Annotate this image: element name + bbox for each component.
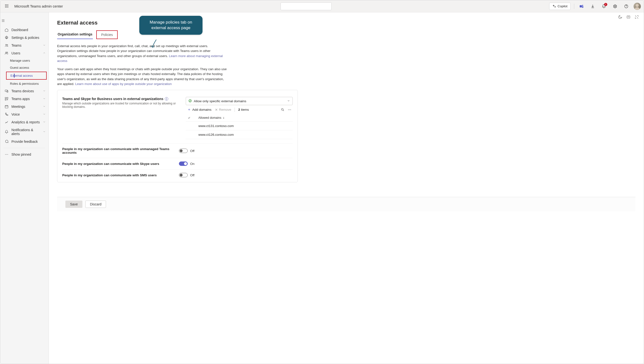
toggle-row-unmanaged: People in my organization can communicat… [62, 144, 293, 158]
sidebar-label: Provide feedback [12, 140, 38, 144]
app-title: Microsoft Teams admin center [14, 4, 63, 8]
expand-icon[interactable] [634, 15, 639, 19]
sidebar-label: Users [12, 51, 21, 55]
svg-point-1 [582, 5, 583, 6]
chevron-down-icon [287, 99, 290, 103]
news-icon[interactable] [626, 15, 631, 19]
toggle-sms-users[interactable] [179, 173, 188, 177]
svg-point-18 [282, 108, 284, 110]
svg-point-8 [6, 52, 7, 53]
external-domain-mode-dropdown[interactable]: Allow only specific external domains [186, 97, 293, 105]
help-icon[interactable] [622, 2, 630, 10]
global-search-input[interactable] [281, 2, 332, 10]
chevron-down-icon [43, 97, 46, 101]
chart-icon [5, 120, 9, 124]
waffle-menu[interactable] [3, 2, 11, 10]
svg-point-9 [7, 52, 8, 53]
notifications-icon[interactable]: 1 [600, 2, 608, 10]
annotation-arrow [151, 39, 158, 49]
toggle-row-sms: People in my organization can communicat… [62, 169, 293, 181]
download-icon[interactable] [589, 2, 597, 10]
search-domains-button[interactable] [281, 108, 284, 112]
sidebar-item-users[interactable]: Users [0, 49, 49, 57]
sidebar-item-meetings[interactable]: Meetings [0, 103, 49, 110]
sidebar-item-dashboard[interactable]: Dashboard [0, 26, 49, 34]
svg-rect-16 [627, 16, 630, 18]
sidebar-item-voice[interactable]: Voice [0, 110, 49, 118]
svg-point-7 [7, 44, 8, 45]
svg-rect-13 [7, 97, 8, 98]
gear-icon [5, 36, 9, 40]
item-count: 2 items [238, 108, 249, 112]
svg-rect-14 [5, 99, 6, 100]
sidebar-item-teams-devices[interactable]: Teams devices [0, 87, 49, 95]
bell-icon [5, 130, 9, 134]
sidebar-sub-external-access[interactable]: External access [7, 72, 46, 79]
sidebar-show-pinned[interactable]: ⋯ Show pinned [0, 150, 49, 158]
column-header-allowed-domains[interactable]: Allowed domains [198, 116, 291, 120]
sidebar-item-teams[interactable]: Teams [0, 42, 49, 49]
notification-badge: 1 [604, 3, 607, 6]
save-button[interactable]: Save [65, 200, 82, 208]
divider [235, 108, 235, 112]
copilot-label: Copilot [558, 4, 567, 8]
learn-more-link-2[interactable]: Learn more about use of apps by people o… [75, 82, 172, 86]
info-icon[interactable]: i [165, 97, 168, 100]
settings-icon[interactable] [611, 2, 619, 10]
remove-domains-button: ✕ Remove [215, 108, 231, 112]
sidebar-item-teams-apps[interactable]: Teams apps [0, 95, 49, 103]
phone-icon [5, 112, 9, 116]
select-all-checkbox[interactable] [187, 116, 191, 119]
sidebar-sub-manage-users[interactable]: Manage users [0, 57, 49, 64]
sidebar-item-feedback[interactable]: Provide feedback [0, 138, 49, 146]
dark-mode-icon[interactable] [618, 15, 622, 19]
svg-point-4 [636, 4, 639, 7]
app-window: Microsoft Teams admin center Copilot 1 [0, 0, 644, 364]
more-icon: ⋯ [5, 152, 9, 156]
tab-policies[interactable]: Policies [96, 30, 118, 39]
hamburger-toggle[interactable] [0, 17, 49, 24]
sidebar: Dashboard Settings & policies Teams User… [0, 12, 49, 364]
top-header: Microsoft Teams admin center Copilot 1 [0, 0, 644, 12]
checkmark-icon [188, 99, 192, 103]
sidebar-item-analytics[interactable]: Analytics & reports [0, 118, 49, 126]
people-icon [5, 44, 9, 47]
sidebar-item-settings-policies[interactable]: Settings & policies [0, 34, 49, 42]
svg-point-6 [6, 44, 7, 45]
domain-name: www.ct131.contoso.com [198, 124, 234, 128]
svg-rect-0 [580, 5, 582, 7]
sidebar-label: Teams [12, 44, 21, 47]
sidebar-label: Notifications & alerts [12, 128, 40, 136]
domains-toolbar: ＋ Add domains ✕ Remove 2 it [186, 105, 293, 114]
sidebar-item-notifications[interactable]: Notifications & alerts [0, 126, 49, 138]
domain-row[interactable]: www.ct126.contoso.com [186, 130, 293, 139]
sidebar-sub-guest-access[interactable]: Guest access [0, 64, 49, 71]
more-options-button[interactable]: ⋯ [288, 108, 291, 112]
teams-app-icon[interactable] [578, 2, 585, 10]
discard-button[interactable]: Discard [85, 200, 106, 208]
svg-rect-12 [5, 97, 6, 98]
user-avatar[interactable] [633, 3, 641, 10]
section-title-teams-skype: Teams and Skype for Business users in ex… [62, 97, 178, 101]
home-icon [5, 28, 9, 32]
apps-icon [5, 97, 9, 101]
chevron-down-icon [43, 44, 46, 47]
toggle-skype-users[interactable] [179, 162, 188, 166]
add-domains-button[interactable]: ＋ Add domains [187, 107, 211, 112]
copilot-icon [552, 4, 556, 8]
sidebar-label: Voice [12, 112, 20, 116]
copilot-button[interactable]: Copilot [549, 3, 571, 10]
svg-point-2 [614, 6, 616, 7]
plus-icon: ＋ [187, 107, 191, 112]
page-description-2: Your users can add apps when they host m… [57, 67, 227, 86]
domain-row[interactable]: www.ct131.contoso.com [186, 122, 293, 130]
sidebar-label: Teams devices [12, 89, 34, 93]
more-icon: ⋯ [288, 108, 291, 112]
toggle-unmanaged-teams[interactable] [179, 148, 188, 153]
sidebar-sub-roles-permissions[interactable]: Roles & permissions [0, 80, 49, 87]
tab-organization-settings[interactable]: Organization settings [57, 30, 93, 39]
svg-point-5 [6, 37, 7, 38]
sidebar-label: Meetings [12, 105, 25, 108]
page-description-1: External access lets people in your orga… [57, 44, 227, 64]
hamburger-icon [1, 19, 5, 22]
